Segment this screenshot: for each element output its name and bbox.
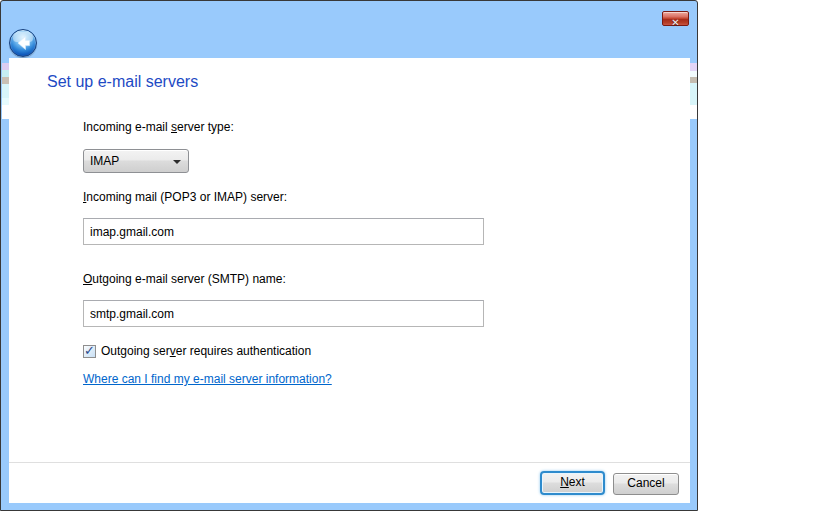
server-type-label: Incoming e-mail server type: [83, 120, 234, 134]
auth-checkbox-label[interactable]: Outgoing server requires authentication [101, 344, 311, 358]
incoming-server-input[interactable] [83, 218, 484, 245]
wizard-window: ✕ Set up e-mail servers Incoming e-mail … [0, 0, 698, 511]
page-title: Set up e-mail servers [47, 73, 198, 91]
close-icon: ✕ [671, 17, 679, 28]
frame-reflection-right [690, 63, 697, 119]
auth-checkbox[interactable]: ✓ [83, 345, 96, 358]
close-button[interactable]: ✕ [662, 11, 689, 26]
server-type-value: IMAP [90, 154, 119, 168]
incoming-server-label: Incoming mail (POP3 or IMAP) server: [83, 190, 287, 204]
outgoing-server-input[interactable] [83, 300, 484, 327]
back-arrow-icon [10, 30, 36, 56]
footer-divider [9, 462, 690, 463]
screen: ✕ Set up e-mail servers Incoming e-mail … [0, 0, 840, 525]
back-button[interactable] [9, 29, 37, 57]
frame-reflection-left [2, 63, 9, 119]
next-button[interactable]: Next [540, 471, 605, 495]
chevron-down-icon [173, 160, 181, 164]
server-type-dropdown[interactable]: IMAP [83, 149, 189, 173]
server-info-help-link[interactable]: Where can I find my e-mail server inform… [83, 372, 332, 386]
outgoing-server-label: Outgoing e-mail server (SMTP) name: [83, 272, 286, 286]
checkmark-icon: ✓ [84, 343, 95, 358]
cancel-button[interactable]: Cancel [613, 473, 679, 495]
wizard-page: Set up e-mail servers Incoming e-mail se… [9, 58, 690, 503]
